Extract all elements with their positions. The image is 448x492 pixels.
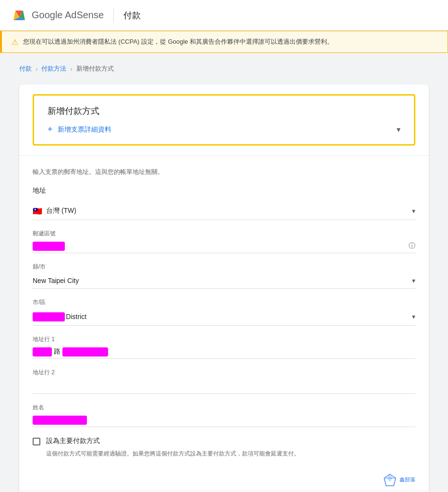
postal-code-field: 郵遞區號 ██████ ⓘ	[33, 230, 415, 253]
header: Google AdSense 付款	[0, 0, 448, 31]
checkbox-description: 這個付款方式可能需要經過驗證。如果您將這個付款方式設為主要付款方式，款項可能會延…	[46, 449, 415, 458]
warning-text: 您現在可以透過加州消費者隱私法 (CCPA) 設定，從 Google 和其廣告合…	[23, 37, 333, 47]
address1-kanji: 路	[54, 347, 61, 356]
address1-redacted-1: ███	[33, 347, 52, 357]
breadcrumb: 付款 › 付款方法 › 新增付款方式	[19, 64, 429, 73]
warning-banner: ⚠ 您現在可以透過加州消費者隱私法 (CCPA) 設定，從 Google 和其廣…	[0, 31, 448, 53]
add-payment-label: 新增支票詳細資料	[58, 125, 111, 134]
breadcrumb-sep-1: ›	[36, 65, 37, 73]
card-header-box: 新增付款方式 + 新增支票詳細資料 ▾	[33, 94, 415, 146]
action-row: 取消 儲存	[19, 491, 429, 492]
primary-payment-section: 設為主要付款方式 這個付款方式可能需要經過驗證。如果您將這個付款方式設為主要付款…	[33, 437, 415, 458]
watermark-icon	[383, 473, 397, 487]
watermark: 鑫部落	[19, 469, 429, 491]
country-select[interactable]: 🇹🇼 台灣 (TW) ▾	[33, 203, 415, 220]
add-payment-row[interactable]: + 新增支票詳細資料 ▾	[48, 124, 400, 135]
breadcrumb-current: 新增付款方式	[76, 64, 114, 73]
postal-code-value: ██████	[33, 242, 65, 251]
name-value: ███████████	[33, 416, 87, 425]
address1-label: 地址行 1	[33, 335, 415, 344]
taiwan-flag-icon: 🇹🇼	[33, 207, 42, 216]
checkbox-row: 設為主要付款方式	[33, 437, 415, 445]
breadcrumb-link-methods[interactable]: 付款方法	[41, 64, 66, 73]
header-divider	[113, 8, 114, 23]
country-chevron-icon: ▾	[412, 207, 415, 215]
district-chevron-icon: ▾	[412, 313, 415, 320]
county-value: New Taipei City	[33, 277, 79, 284]
warning-icon: ⚠	[12, 37, 18, 47]
breadcrumb-sep-2: ›	[70, 65, 72, 73]
country-value: 台灣 (TW)	[46, 207, 76, 215]
county-field: 縣/市 New Taipei City ▾	[33, 263, 415, 289]
primary-payment-checkbox[interactable]	[33, 438, 40, 445]
breadcrumb-link-payment[interactable]: 付款	[19, 64, 32, 73]
country-field: 🇹🇼 台灣 (TW) ▾	[33, 203, 415, 220]
adsense-logo-icon	[12, 8, 27, 23]
postal-code-label: 郵遞區號	[33, 230, 415, 238]
district-select[interactable]: ██████ District ▾	[33, 308, 415, 326]
name-field: 姓名 ███████████	[33, 404, 415, 427]
county-label: 縣/市	[33, 263, 415, 271]
name-label: 姓名	[33, 404, 415, 412]
address2-field: 地址行 2	[33, 369, 415, 394]
card-header-area: 新增付款方式 + 新增支票詳細資料 ▾	[19, 85, 429, 155]
address2-label: 地址行 2	[33, 369, 415, 377]
district-suffix: District	[66, 313, 86, 320]
district-label: 市/區	[33, 298, 415, 307]
add-plus-icon: +	[48, 124, 53, 135]
card-title: 新增付款方式	[48, 105, 400, 117]
payment-card: 新增付款方式 + 新增支票詳細資料 ▾ 輸入支票的郵寄地址。這與您的帳單地址無關…	[19, 85, 429, 492]
district-field: 市/區 ██████ District ▾	[33, 298, 415, 326]
main-content: 付款 › 付款方法 › 新增付款方式 新增付款方式 + 新增支票詳細資料 ▾ 輸…	[0, 53, 448, 492]
logo: Google AdSense	[12, 8, 104, 23]
address1-redacted-2: █████████	[62, 347, 108, 357]
county-select[interactable]: New Taipei City ▾	[33, 273, 415, 289]
page-title: 付款	[123, 10, 141, 21]
card-chevron-icon: ▾	[397, 125, 400, 134]
checkbox-label: 設為主要付款方式	[46, 437, 100, 445]
postal-code-info-icon[interactable]: ⓘ	[409, 242, 415, 250]
form-description: 輸入支票的郵寄地址。這與您的帳單地址無關。	[33, 167, 415, 177]
watermark-text: 鑫部落	[400, 476, 415, 483]
county-chevron-icon: ▾	[412, 277, 415, 284]
district-redacted: ██████	[33, 312, 65, 321]
address1-field: 地址行 1 ███ 路 █████████	[33, 335, 415, 359]
address-label: 地址	[33, 186, 415, 195]
app-name: Google AdSense	[32, 10, 104, 21]
address2-value[interactable]	[33, 379, 415, 394]
form-section: 輸入支票的郵寄地址。這與您的帳單地址無關。 地址 🇹🇼 台灣 (TW) ▾ 郵遞…	[19, 155, 429, 469]
